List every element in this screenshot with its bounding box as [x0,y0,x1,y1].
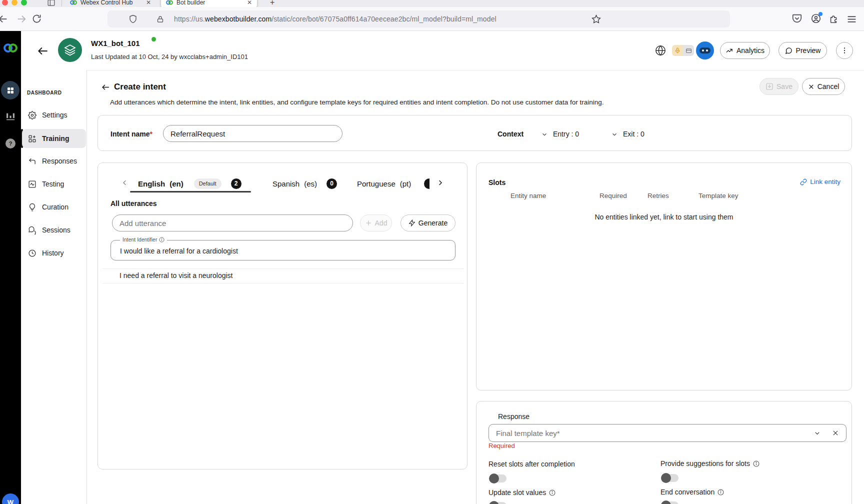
workspace-avatar[interactable]: W [2,494,19,504]
page-title: Create intent [114,82,166,92]
info-icon[interactable] [753,460,760,467]
tab-title: Bot builder [176,0,205,6]
link-entity-button[interactable]: Link entity [800,178,840,186]
shield-icon[interactable] [128,14,138,24]
pocket-icon[interactable] [792,13,802,24]
info-icon[interactable] [718,489,724,496]
default-language-tag: Default [194,178,222,189]
url-bar[interactable]: https://us.webexbotbuilder.com/static/co… [108,10,730,28]
languages-scroll-right-icon[interactable] [436,179,444,186]
final-template-key-input[interactable] [489,429,814,438]
close-window-icon[interactable] [2,0,8,6]
sidebar-item-settings[interactable]: Settings [22,106,86,124]
slots-card: Slots Link entity Entity name Required R… [476,162,852,390]
utterance-count-badge: 2 [231,178,242,189]
menu-hamburger-icon[interactable] [846,14,857,24]
sidebar-item-sessions[interactable]: Sessions [22,220,86,240]
bookmark-star-icon[interactable] [592,14,601,24]
intent-name-input[interactable] [163,125,342,142]
new-tab-button[interactable]: + [270,0,274,7]
clear-icon[interactable] [832,430,839,436]
lightbulb-icon [28,203,36,212]
generate-utterances-button[interactable]: Generate [400,214,456,232]
globe-icon[interactable] [655,45,666,56]
slots-col-retries: Retries [648,192,669,200]
reset-slots-toggle[interactable] [490,474,506,482]
page-description: Add utterances which determine the inten… [110,98,604,106]
trending-up-icon [726,47,733,54]
window-controls[interactable] [2,0,27,6]
language-tab-spanish[interactable]: Spanish (es) 0 [272,176,337,191]
gear-icon [28,111,36,120]
sidebar-section-label: DASHBOARD [27,90,62,96]
utterance-text: I would like a referral for a cardiologi… [120,247,238,255]
reload-icon[interactable] [32,14,42,24]
sidebar-item-training[interactable]: Training [22,129,86,148]
entry-chevron-down-icon[interactable] [541,131,548,138]
last-updated-text: Last Updated at 10 Oct, 24 by wxcclabs+a… [91,53,248,60]
more-options-button[interactable] [836,42,853,59]
add-utterance-input[interactable] [112,214,353,232]
slots-empty-message: No entities linked yet, link to start us… [476,213,852,221]
active-language-underline [130,191,251,192]
context-entry-count[interactable]: Entry : 0 [553,130,579,138]
browser-tab-bot-builder[interactable]: Bot builder ✕ [161,0,257,7]
back-arrow-icon[interactable] [36,44,50,58]
context-exit-count[interactable]: Exit : 0 [623,130,644,138]
add-utterance-button[interactable]: Add [360,214,392,232]
exit-chevron-down-icon[interactable] [611,131,618,138]
forward-icon[interactable] [16,14,27,24]
firefox-sidebar-toggle-icon[interactable] [47,0,56,7]
provide-suggestions-toggle[interactable] [662,474,678,482]
presence-dot [152,37,156,42]
info-icon[interactable] [159,237,164,242]
intent-name-label: Intent name* [110,130,152,138]
end-conversation-toggle[interactable] [662,502,678,504]
microphone-icon [672,45,683,56]
browser-tab-webex-control-hub[interactable]: Webex Control Hub ✕ [65,0,156,7]
cancel-button[interactable]: Cancel [802,78,845,95]
update-slot-values-toggle[interactable] [490,502,506,504]
utterance-row[interactable]: I need a referral to visit a neurologist [120,272,232,280]
maximize-window-icon[interactable] [21,0,27,6]
language-tab-english[interactable]: English (en) Default 2 [138,176,242,191]
bot-name: WX1_bot_101 [91,39,140,48]
required-error: Required [488,442,515,450]
close-tab-icon[interactable]: ✕ [247,0,252,6]
save-button[interactable]: Save [760,78,798,95]
language-tab-portuguese[interactable]: Portuguese (pt) [357,176,411,191]
sidebar-item-testing[interactable]: Testing [22,174,86,194]
dashboard-apps-button[interactable] [1,81,20,100]
sidebar-item-curation[interactable]: Curation [22,198,86,216]
webex-favicon [166,0,173,6]
divider [102,268,464,269]
back-icon[interactable] [0,14,8,24]
analytics-bars-icon[interactable] [6,112,16,120]
intent-name-card: Intent name* Context Entry : 0 Exit : 0 [98,115,852,151]
account-icon[interactable] [810,13,822,24]
create-intent-back-icon[interactable] [101,82,110,92]
languages-scroll-left-icon[interactable] [121,179,128,186]
chat-sessions-icon [28,226,36,234]
lock-icon[interactable] [156,16,164,23]
minimize-window-icon[interactable] [12,0,18,6]
final-template-key-dropdown[interactable] [488,424,846,442]
browser-toolbar: https://us.webexbotbuilder.com/static/co… [0,7,864,31]
sidebar-item-history[interactable]: History [22,244,86,262]
help-button[interactable]: ? [6,138,16,148]
tab-title: Webex Control Hub [80,0,133,6]
assistant-bot-avatar[interactable] [696,42,714,60]
extensions-puzzle-icon[interactable] [828,13,840,24]
utterance-row-selected[interactable]: Intent Identifier I would like a referra… [110,240,456,260]
clock-icon [28,249,36,258]
preview-button[interactable]: Preview [778,42,827,59]
sidebar-item-responses[interactable]: Responses [22,152,86,170]
reset-slots-label: Reset slots after completion [488,460,575,468]
info-icon[interactable] [549,490,556,496]
slots-col-entity-name: Entity name [510,192,546,200]
update-slot-values-label: Update slot values [488,488,556,496]
analytics-button[interactable]: Analytics [720,42,770,59]
dropdown-chevron-icon[interactable] [814,430,821,437]
close-tab-icon[interactable]: ✕ [146,0,151,6]
voice-widgets-pill[interactable] [672,45,694,56]
